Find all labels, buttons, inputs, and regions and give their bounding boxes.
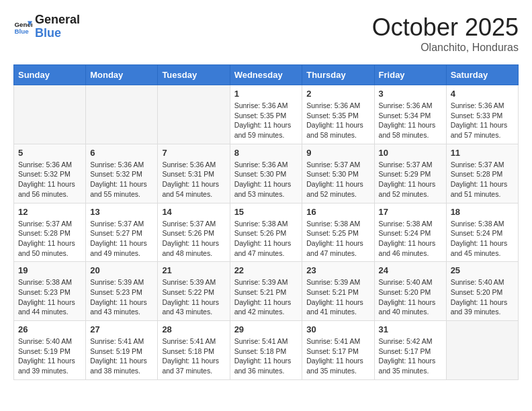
title-block: October 2025 Olanchito, Honduras <box>372 13 519 54</box>
day-header-tuesday: Tuesday <box>158 65 230 85</box>
day-info: Sunrise: 5:36 AMSunset: 5:34 PMDaylight:… <box>379 101 442 140</box>
day-number: 17 <box>379 207 442 217</box>
day-info: Sunrise: 5:37 AMSunset: 5:28 PMDaylight:… <box>451 160 514 199</box>
calendar-cell: 12Sunrise: 5:37 AMSunset: 5:28 PMDayligh… <box>14 203 86 262</box>
calendar-cell: 10Sunrise: 5:37 AMSunset: 5:29 PMDayligh… <box>374 144 446 203</box>
day-number: 2 <box>306 89 369 99</box>
day-info: Sunrise: 5:37 AMSunset: 5:29 PMDaylight:… <box>379 160 442 199</box>
calendar-cell <box>446 321 518 380</box>
day-info: Sunrise: 5:38 AMSunset: 5:24 PMDaylight:… <box>451 219 514 259</box>
calendar-cell: 16Sunrise: 5:38 AMSunset: 5:25 PMDayligh… <box>302 203 374 262</box>
day-info: Sunrise: 5:39 AMSunset: 5:23 PMDaylight:… <box>90 277 153 317</box>
day-number: 6 <box>90 148 153 158</box>
day-number: 21 <box>162 265 225 275</box>
day-header-friday: Friday <box>374 65 446 85</box>
calendar-header-row: SundayMondayTuesdayWednesdayThursdayFrid… <box>14 65 519 85</box>
day-info: Sunrise: 5:39 AMSunset: 5:22 PMDaylight:… <box>162 277 225 317</box>
day-header-sunday: Sunday <box>14 65 86 85</box>
day-number: 29 <box>234 324 298 334</box>
day-number: 11 <box>451 148 514 158</box>
day-header-wednesday: Wednesday <box>230 65 302 85</box>
day-info: Sunrise: 5:36 AMSunset: 5:31 PMDaylight:… <box>162 160 225 199</box>
day-number: 15 <box>234 207 298 217</box>
day-info: Sunrise: 5:39 AMSunset: 5:21 PMDaylight:… <box>234 277 298 317</box>
day-number: 14 <box>162 207 225 217</box>
day-info: Sunrise: 5:36 AMSunset: 5:35 PMDaylight:… <box>234 101 298 140</box>
day-info: Sunrise: 5:36 AMSunset: 5:32 PMDaylight:… <box>90 160 153 199</box>
calendar-cell: 19Sunrise: 5:38 AMSunset: 5:23 PMDayligh… <box>14 262 86 321</box>
day-info: Sunrise: 5:39 AMSunset: 5:21 PMDaylight:… <box>306 277 369 317</box>
day-info: Sunrise: 5:37 AMSunset: 5:28 PMDaylight:… <box>18 219 81 259</box>
day-number: 4 <box>451 89 514 99</box>
month-title: October 2025 <box>372 13 519 42</box>
day-info: Sunrise: 5:38 AMSunset: 5:23 PMDaylight:… <box>18 277 81 317</box>
day-number: 26 <box>18 324 81 334</box>
calendar-cell: 8Sunrise: 5:36 AMSunset: 5:30 PMDaylight… <box>230 144 302 203</box>
day-number: 1 <box>234 89 298 99</box>
day-number: 16 <box>306 207 369 217</box>
day-info: Sunrise: 5:40 AMSunset: 5:20 PMDaylight:… <box>379 277 442 317</box>
calendar-week-row: 12Sunrise: 5:37 AMSunset: 5:28 PMDayligh… <box>14 203 519 262</box>
day-number: 9 <box>306 148 369 158</box>
day-info: Sunrise: 5:36 AMSunset: 5:35 PMDaylight:… <box>306 101 369 140</box>
day-info: Sunrise: 5:42 AMSunset: 5:17 PMDaylight:… <box>379 336 442 376</box>
day-info: Sunrise: 5:40 AMSunset: 5:19 PMDaylight:… <box>18 336 81 376</box>
day-info: Sunrise: 5:37 AMSunset: 5:30 PMDaylight:… <box>306 160 369 199</box>
day-number: 7 <box>162 148 225 158</box>
day-number: 22 <box>234 265 298 275</box>
calendar-cell: 31Sunrise: 5:42 AMSunset: 5:17 PMDayligh… <box>374 321 446 380</box>
day-info: Sunrise: 5:40 AMSunset: 5:20 PMDaylight:… <box>451 277 514 317</box>
day-number: 18 <box>451 207 514 217</box>
calendar-cell: 30Sunrise: 5:41 AMSunset: 5:17 PMDayligh… <box>302 321 374 380</box>
calendar-cell: 27Sunrise: 5:41 AMSunset: 5:19 PMDayligh… <box>86 321 158 380</box>
day-number: 24 <box>379 265 442 275</box>
calendar-week-row: 5Sunrise: 5:36 AMSunset: 5:32 PMDaylight… <box>14 144 519 203</box>
logo-text-blue: Blue <box>35 27 80 40</box>
calendar-cell: 13Sunrise: 5:37 AMSunset: 5:27 PMDayligh… <box>86 203 158 262</box>
day-info: Sunrise: 5:38 AMSunset: 5:24 PMDaylight:… <box>379 219 442 259</box>
day-number: 5 <box>18 148 81 158</box>
calendar-cell: 9Sunrise: 5:37 AMSunset: 5:30 PMDaylight… <box>302 144 374 203</box>
page-header: General Blue General Blue October 2025 O… <box>13 13 519 54</box>
day-number: 27 <box>90 324 153 334</box>
day-header-monday: Monday <box>86 65 158 85</box>
day-header-thursday: Thursday <box>302 65 374 85</box>
calendar-cell: 18Sunrise: 5:38 AMSunset: 5:24 PMDayligh… <box>446 203 518 262</box>
day-header-saturday: Saturday <box>446 65 518 85</box>
day-number: 8 <box>234 148 298 158</box>
svg-text:Blue: Blue <box>14 28 29 35</box>
day-number: 25 <box>451 265 514 275</box>
calendar-cell: 11Sunrise: 5:37 AMSunset: 5:28 PMDayligh… <box>446 144 518 203</box>
day-number: 23 <box>306 265 369 275</box>
logo: General Blue General Blue <box>13 13 80 40</box>
calendar-cell: 20Sunrise: 5:39 AMSunset: 5:23 PMDayligh… <box>86 262 158 321</box>
calendar-cell: 1Sunrise: 5:36 AMSunset: 5:35 PMDaylight… <box>230 85 302 144</box>
calendar-week-row: 1Sunrise: 5:36 AMSunset: 5:35 PMDaylight… <box>14 85 519 144</box>
logo-text-general: General <box>35 13 80 27</box>
day-info: Sunrise: 5:41 AMSunset: 5:17 PMDaylight:… <box>306 336 369 376</box>
calendar-cell: 2Sunrise: 5:36 AMSunset: 5:35 PMDaylight… <box>302 85 374 144</box>
calendar-cell: 5Sunrise: 5:36 AMSunset: 5:32 PMDaylight… <box>14 144 86 203</box>
logo-icon: General Blue <box>13 17 32 36</box>
day-info: Sunrise: 5:41 AMSunset: 5:18 PMDaylight:… <box>162 336 225 376</box>
calendar-cell: 7Sunrise: 5:36 AMSunset: 5:31 PMDaylight… <box>158 144 230 203</box>
calendar-cell: 25Sunrise: 5:40 AMSunset: 5:20 PMDayligh… <box>446 262 518 321</box>
calendar-cell: 24Sunrise: 5:40 AMSunset: 5:20 PMDayligh… <box>374 262 446 321</box>
calendar-week-row: 19Sunrise: 5:38 AMSunset: 5:23 PMDayligh… <box>14 262 519 321</box>
calendar-cell: 21Sunrise: 5:39 AMSunset: 5:22 PMDayligh… <box>158 262 230 321</box>
calendar-cell: 28Sunrise: 5:41 AMSunset: 5:18 PMDayligh… <box>158 321 230 380</box>
day-number: 13 <box>90 207 153 217</box>
calendar-cell: 4Sunrise: 5:36 AMSunset: 5:33 PMDaylight… <box>446 85 518 144</box>
day-number: 3 <box>379 89 442 99</box>
calendar-week-row: 26Sunrise: 5:40 AMSunset: 5:19 PMDayligh… <box>14 321 519 380</box>
day-number: 19 <box>18 265 81 275</box>
day-info: Sunrise: 5:41 AMSunset: 5:19 PMDaylight:… <box>90 336 153 376</box>
day-info: Sunrise: 5:38 AMSunset: 5:26 PMDaylight:… <box>234 219 298 259</box>
calendar-cell <box>158 85 230 144</box>
day-number: 20 <box>90 265 153 275</box>
day-number: 10 <box>379 148 442 158</box>
calendar-cell: 17Sunrise: 5:38 AMSunset: 5:24 PMDayligh… <box>374 203 446 262</box>
calendar-cell: 22Sunrise: 5:39 AMSunset: 5:21 PMDayligh… <box>230 262 302 321</box>
location: Olanchito, Honduras <box>372 42 519 54</box>
calendar-cell <box>14 85 86 144</box>
